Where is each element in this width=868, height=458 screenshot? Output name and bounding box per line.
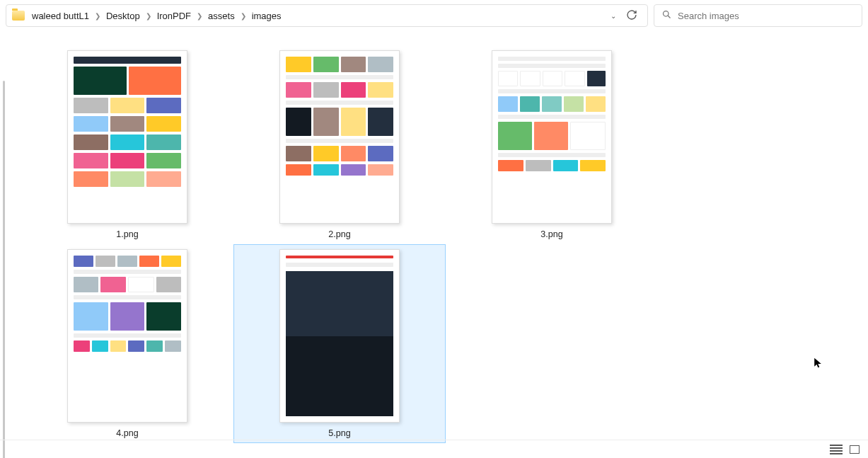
breadcrumb: waleed buttL1 ❯ Desktop ❯ IronPDF ❯ asse… bbox=[29, 9, 606, 23]
thumbnails-view-icon[interactable] bbox=[850, 445, 860, 454]
chevron-right-icon: ❯ bbox=[241, 12, 246, 20]
chevron-right-icon: ❯ bbox=[146, 12, 151, 20]
status-bar bbox=[0, 440, 868, 458]
svg-point-0 bbox=[664, 11, 669, 17]
file-item[interactable]: 4.png bbox=[21, 244, 233, 443]
breadcrumb-item[interactable]: waleed buttL1 bbox=[29, 9, 92, 23]
file-item[interactable]: 5.png bbox=[233, 244, 446, 443]
chevron-right-icon: ❯ bbox=[197, 12, 202, 20]
thumbnail bbox=[67, 249, 187, 423]
breadcrumb-item[interactable]: IronPDF bbox=[154, 9, 194, 23]
scrollbar[interactable] bbox=[3, 81, 5, 458]
file-name: 4.png bbox=[116, 428, 138, 438]
file-name: 3.png bbox=[540, 229, 562, 239]
file-item[interactable]: 1.png bbox=[21, 45, 233, 244]
file-name: 5.png bbox=[328, 428, 350, 438]
file-name: 1.png bbox=[116, 229, 138, 239]
chevron-down-icon[interactable]: ⌄ bbox=[611, 12, 616, 20]
thumbnail bbox=[279, 249, 400, 423]
breadcrumb-item[interactable]: assets bbox=[205, 9, 238, 23]
file-item[interactable]: 3.png bbox=[446, 45, 658, 244]
toolbar: waleed buttL1 ❯ Desktop ❯ IronPDF ❯ asse… bbox=[0, 0, 868, 31]
search-icon bbox=[661, 9, 672, 22]
thumbnail bbox=[279, 50, 400, 224]
folder-icon bbox=[12, 11, 25, 21]
chevron-right-icon: ❯ bbox=[95, 12, 100, 20]
svg-line-1 bbox=[668, 16, 670, 18]
thumbnail bbox=[492, 50, 612, 224]
breadcrumb-item[interactable]: images bbox=[249, 9, 284, 23]
file-grid: 1.png 2.png 3.png bbox=[0, 31, 868, 438]
search-input[interactable] bbox=[678, 11, 855, 21]
file-item[interactable]: 2.png bbox=[233, 45, 446, 244]
breadcrumb-item[interactable]: Desktop bbox=[103, 9, 143, 23]
refresh-icon[interactable] bbox=[626, 9, 637, 23]
address-bar[interactable]: waleed buttL1 ❯ Desktop ❯ IronPDF ❯ asse… bbox=[6, 4, 648, 27]
file-name: 2.png bbox=[328, 229, 350, 239]
details-view-icon[interactable] bbox=[830, 445, 843, 454]
search-box[interactable] bbox=[654, 4, 862, 27]
thumbnail bbox=[67, 50, 187, 224]
